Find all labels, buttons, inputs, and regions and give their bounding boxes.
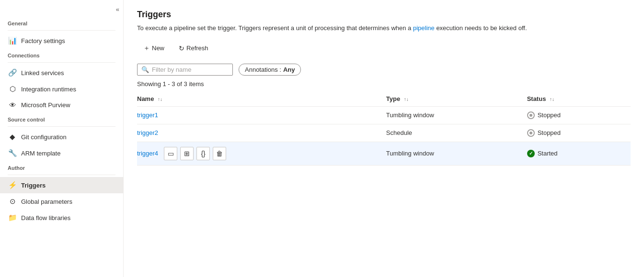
toolbar: ＋ New ↻ Refresh [137, 41, 631, 56]
type-cell-trigger4: Tumbling window [386, 142, 527, 165]
main-content: Triggers To execute a pipeline set the t… [124, 0, 644, 277]
sidebar-item-linked-services[interactable]: 🔗Linked services [0, 65, 123, 81]
sidebar-item-integration-runtimes[interactable]: ⬡Integration runtimes [0, 81, 123, 97]
desc-pipeline-link[interactable]: pipeline [413, 24, 435, 32]
col-header-name[interactable]: Name ↑↓ [137, 91, 386, 107]
collapse-button[interactable]: « [0, 4, 123, 17]
table-row: trigger2ScheduleStopped [137, 124, 631, 142]
status-text-trigger4: Started [538, 150, 558, 157]
run-button[interactable]: ▭ [164, 147, 177, 160]
sidebar-item-label-global-parameters: Global parameters [21, 198, 72, 205]
section-label-source-control: Source control [0, 113, 123, 124]
filter-row: 🔍 Annotations : Any [137, 64, 631, 76]
status-text-trigger2: Stopped [538, 129, 561, 136]
section-label-author: Author [0, 161, 123, 173]
new-button[interactable]: ＋ New [137, 41, 171, 56]
sidebar-item-label-linked-services: Linked services [21, 69, 64, 77]
trigger-link-trigger1[interactable]: trigger1 [137, 111, 158, 119]
desc-text-1: To execute a pipeline set the trigger. T… [137, 24, 413, 32]
col-header-type[interactable]: Type ↑↓ [386, 91, 527, 107]
page-description: To execute a pipeline set the trigger. T… [137, 23, 631, 33]
type-cell-trigger1: Tumbling window [386, 106, 527, 124]
sidebar: « General📊Factory settingsConnections🔗Li… [0, 0, 124, 277]
git-configuration-icon: ◆ [8, 133, 17, 141]
sidebar-item-label-triggers: Triggers [21, 182, 46, 189]
status-icon-trigger4 [527, 150, 535, 157]
sidebar-item-data-flow-libraries[interactable]: 📁Data flow libraries [0, 210, 123, 226]
filter-input-wrap: 🔍 [137, 64, 233, 76]
triggers-icon: ⚡ [8, 181, 17, 189]
triggers-table: Name ↑↓ Type ↑↓ Status ↑↓ trigger1Tumbli… [137, 91, 631, 166]
sidebar-item-label-git-configuration: Git configuration [21, 133, 67, 141]
section-label-connections: Connections [0, 49, 123, 60]
status-text-trigger1: Stopped [538, 111, 561, 119]
search-icon: 🔍 [141, 66, 149, 73]
name-sort-icon: ↑↓ [158, 97, 162, 102]
divider-general [8, 30, 115, 31]
divider-author [8, 175, 115, 175]
page-title: Triggers [137, 10, 631, 20]
row-actions: ▭⊞{}🗑 [164, 147, 226, 160]
sidebar-item-global-parameters[interactable]: ⊙Global parameters [0, 193, 123, 210]
trigger-link-trigger2[interactable]: trigger2 [137, 129, 158, 136]
annotations-value: Any [283, 66, 295, 73]
annotations-label: Annotations : [245, 66, 281, 73]
sidebar-item-label-arm-template: ARM template [21, 150, 60, 157]
arm-template-icon: 🔧 [8, 149, 17, 157]
refresh-icon: ↻ [179, 44, 184, 52]
collapse-icon: « [116, 6, 119, 13]
refresh-label: Refresh [186, 44, 208, 52]
items-count: Showing 1 - 3 of 3 items [137, 80, 631, 88]
col-header-status[interactable]: Status ↑↓ [527, 91, 631, 107]
sidebar-item-arm-template[interactable]: 🔧ARM template [0, 145, 123, 161]
status-icon-trigger1 [527, 111, 535, 119]
sidebar-item-triggers[interactable]: ⚡Triggers [0, 177, 123, 193]
linked-services-icon: 🔗 [8, 68, 17, 77]
global-parameters-icon: ⊙ [8, 197, 17, 206]
sidebar-item-label-data-flow-libraries: Data flow libraries [21, 214, 70, 222]
copy-button[interactable]: ⊞ [180, 147, 194, 160]
new-icon: ＋ [143, 44, 150, 53]
desc-text-2: execution needs to be kicked off. [435, 24, 527, 32]
divider-connections [8, 62, 115, 63]
delete-button[interactable]: 🗑 [213, 147, 226, 160]
section-label-general: General [0, 17, 123, 28]
divider-source-control [8, 126, 115, 127]
type-sort-icon: ↑↓ [404, 97, 409, 102]
table-row: trigger4▭⊞{}🗑Tumbling windowStarted [137, 142, 631, 165]
factory-settings-icon: 📊 [8, 36, 17, 45]
sidebar-item-git-configuration[interactable]: ◆Git configuration [0, 129, 123, 145]
sidebar-item-label-microsoft-purview: Microsoft Purview [21, 101, 70, 109]
json-button[interactable]: {} [196, 147, 210, 160]
table-row: trigger1Tumbling windowStopped [137, 106, 631, 124]
sidebar-item-microsoft-purview[interactable]: 👁Microsoft Purview [0, 97, 123, 113]
microsoft-purview-icon: 👁 [8, 101, 17, 109]
new-label: New [152, 44, 164, 52]
status-sort-icon: ↑↓ [550, 97, 554, 102]
type-cell-trigger2: Schedule [386, 124, 527, 142]
integration-runtimes-icon: ⬡ [8, 85, 17, 93]
data-flow-libraries-icon: 📁 [8, 213, 17, 222]
refresh-button[interactable]: ↻ Refresh [172, 41, 215, 55]
status-icon-trigger2 [527, 129, 535, 137]
sidebar-item-factory-settings[interactable]: 📊Factory settings [0, 33, 123, 49]
filter-input[interactable] [152, 66, 229, 73]
trigger-link-trigger4[interactable]: trigger4 [137, 150, 158, 157]
sidebar-item-label-integration-runtimes: Integration runtimes [21, 86, 76, 93]
annotations-filter-button[interactable]: Annotations : Any [239, 64, 301, 76]
sidebar-item-label-factory-settings: Factory settings [21, 37, 65, 44]
